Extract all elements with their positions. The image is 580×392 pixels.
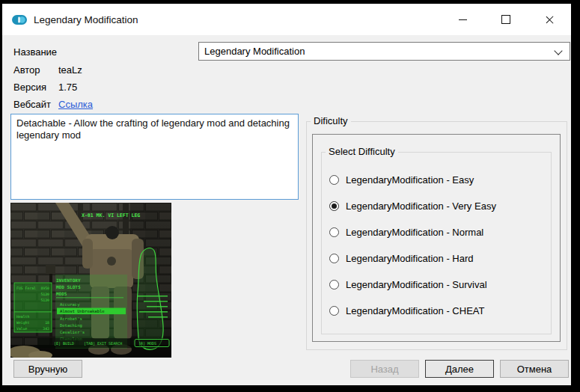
radio-button[interactable] (329, 201, 339, 211)
mod-preview-image: X-01 MK. VI LEFT LEG INVENTORY MOD SLOTS… (10, 203, 171, 358)
stat-label: Health (16, 315, 29, 319)
hud-hotkey: [R] MODS (138, 341, 156, 346)
difficulty-option-cheat[interactable]: LegendaryModification - CHEAT (329, 298, 496, 324)
radio-button[interactable] (329, 280, 339, 290)
radio-button[interactable] (329, 175, 339, 185)
hud-hotkey: [E] BUILD (54, 341, 74, 346)
window-controls (441, 4, 571, 35)
stat-label: Value (16, 327, 28, 331)
next-button[interactable]: Далее (425, 360, 494, 378)
screen-background: Legendary Modification Название Legendar… (0, 0, 580, 392)
hud-hotkey-bar: [E] BUILD [TAB] EXIT SEARCH [R] MODS (37, 338, 171, 348)
description-field[interactable]: Detachable - Allow the crafting of legen… (10, 114, 299, 200)
difficulty-option-hard[interactable]: LegendaryModification - Hard (329, 245, 496, 272)
difficulty-option-normal[interactable]: LegendaryModification - Normal (329, 219, 496, 245)
radio-label: LegendaryModification - Easy (346, 174, 474, 186)
window-title: Legendary Modification (34, 14, 138, 25)
stat-value: 18 (45, 321, 49, 325)
stat-number: 5120 (40, 298, 49, 302)
hud-stat-box: FUS Feral 8950 5120 5120 Health Weight 1… (14, 283, 52, 332)
maximize-button[interactable] (484, 4, 528, 35)
website-link[interactable]: Ссылка (58, 99, 93, 110)
chevron-down-icon (554, 46, 562, 55)
radio-label: LegendaryModification - Normal (346, 227, 483, 238)
select-difficulty-label: Select Difficulty (326, 146, 398, 158)
radio-button[interactable] (329, 306, 339, 316)
name-label: Название (13, 46, 57, 58)
cancel-button[interactable]: Отмена (500, 360, 569, 378)
version-value: 1.75 (58, 82, 77, 93)
radio-label: LegendaryModification - Very Easy (346, 200, 496, 212)
radio-button[interactable] (329, 227, 339, 237)
close-button[interactable] (528, 4, 571, 35)
version-label: Версия (13, 82, 46, 93)
minimize-icon (459, 19, 467, 20)
hud-menu-item: Acrobat's (60, 316, 82, 321)
difficulty-options-list: LegendaryModification - Easy LegendaryMo… (329, 167, 496, 324)
difficulty-option-very-easy[interactable]: LegendaryModification - Very Easy (329, 193, 496, 219)
difficulty-option-survival[interactable]: LegendaryModification - Survival (329, 272, 496, 298)
author-label: Автор (13, 64, 40, 76)
hud-header-mods: MODS (56, 291, 67, 296)
name-combobox-value: Legendary Modification (204, 46, 305, 57)
close-icon (545, 15, 555, 25)
website-label: Вебсайт (13, 99, 51, 110)
radio-button[interactable] (329, 254, 339, 263)
hud-menu-item: Accuracy (60, 302, 80, 307)
hud-armor-title: X-01 MK. VI LEFT LEG (82, 212, 140, 218)
stat-value: 343 (43, 327, 49, 331)
app-icon (11, 14, 28, 25)
hud-menu-item: Cavalier's (60, 330, 85, 334)
difficulty-group-label: Dificulty (311, 115, 351, 127)
hud-header-mod-slots: MOD SLOTS (56, 284, 81, 290)
title-bar: Legendary Modification (2, 4, 571, 35)
hud-menu-item: Detaching (60, 323, 82, 328)
radio-label: LegendaryModification - CHEAT (346, 305, 484, 316)
author-value: teaLz (58, 64, 82, 76)
hud-menu-item-selected: Almost Unbreakable (60, 309, 105, 313)
difficulty-option-easy[interactable]: LegendaryModification - Easy (329, 167, 496, 193)
manual-button[interactable]: Вручную (13, 360, 82, 378)
maximize-icon (501, 15, 510, 24)
stat-number: 8950 (40, 287, 49, 290)
dialog-window: Legendary Modification Название Legendar… (2, 4, 571, 385)
hud-header-inventory: INVENTORY (56, 278, 81, 283)
hud-hotkey: [TAB] EXIT SEARCH (84, 341, 122, 346)
radio-label: LegendaryModification - Survival (346, 279, 487, 290)
stat-box-name: FUS Feral (16, 287, 36, 290)
name-combobox[interactable]: Legendary Modification (198, 42, 570, 61)
minimize-button[interactable] (441, 4, 484, 35)
back-button[interactable]: Назад (350, 360, 419, 378)
stat-number: 5120 (40, 293, 49, 296)
radio-label: LegendaryModification - Hard (346, 253, 474, 264)
